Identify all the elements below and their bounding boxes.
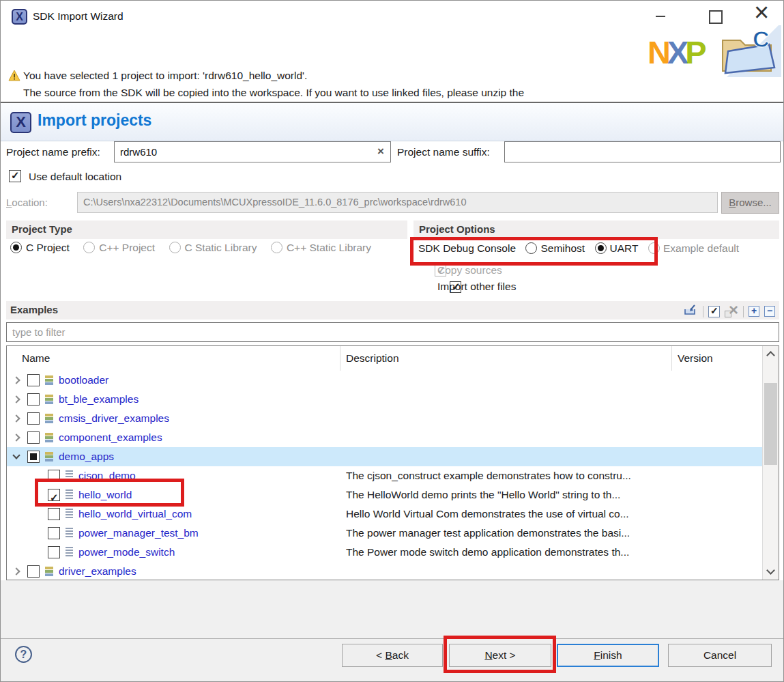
page-title: Import projects: [38, 111, 151, 130]
row-description: [340, 390, 672, 409]
vertical-scrollbar[interactable]: [762, 346, 779, 580]
table-row[interactable]: power_mode_switch The Power mode switch …: [7, 543, 764, 562]
row-version: [672, 505, 764, 524]
table-row[interactable]: hello_world_virtual_com Hello World Virt…: [7, 505, 764, 524]
table-row[interactable]: bt_ble_examples: [7, 390, 764, 409]
radio-c-static-library: [169, 242, 181, 253]
table-row[interactable]: demo_apps: [7, 447, 764, 466]
row-name: hello_world_virtual_com: [78, 505, 192, 524]
radio-uart[interactable]: [595, 242, 607, 254]
row-checkbox[interactable]: [27, 431, 40, 444]
row-description: The power manager test application demon…: [340, 524, 672, 543]
table-row[interactable]: component_examples: [7, 428, 764, 447]
expand-all-icon[interactable]: [749, 306, 759, 317]
location-field: C:\Users\nxa22312\Documents\MCUXpressoID…: [77, 192, 718, 213]
column-header-name[interactable]: Name: [7, 346, 340, 371]
row-checkbox[interactable]: [27, 412, 40, 425]
app-window-icon: [12, 9, 27, 25]
row-checkbox[interactable]: [27, 451, 40, 463]
radio-cpp-project-label: C++ Project: [99, 242, 155, 253]
collapse-all-icon[interactable]: [764, 306, 775, 317]
project-name-prefix-input[interactable]: [114, 141, 391, 162]
sdk-import-wizard-window: SDK Import Wizard NXP C You have selecte…: [0, 0, 784, 682]
table-header: Name Description Version: [7, 346, 779, 371]
expander-icon[interactable]: [12, 451, 20, 459]
row-version: [672, 409, 764, 428]
maximize-button-icon[interactable]: [703, 6, 725, 25]
row-name: driver_examples: [59, 562, 136, 580]
cancel-button[interactable]: Cancel: [668, 644, 772, 667]
window-title: SDK Import Wizard: [33, 10, 124, 23]
import-other-files-label: Import other files: [437, 281, 516, 293]
project-type-title: Project Type: [6, 221, 407, 239]
expander-icon[interactable]: [12, 376, 20, 384]
scroll-up-icon[interactable]: [766, 351, 775, 360]
deselect-all-icon: [725, 305, 738, 317]
row-icon: [45, 433, 53, 443]
scrollbar-thumb[interactable]: [764, 383, 777, 465]
expander-icon[interactable]: [12, 567, 20, 575]
row-checkbox[interactable]: [27, 393, 40, 406]
table-row[interactable]: driver_examples: [7, 562, 764, 580]
clear-prefix-icon[interactable]: [375, 145, 387, 158]
scroll-down-icon[interactable]: [766, 566, 775, 575]
help-icon[interactable]: [15, 646, 32, 663]
row-description: [340, 409, 672, 428]
column-header-description[interactable]: Description: [340, 346, 672, 371]
row-description: The HelloWorld demo prints the "Hello Wo…: [340, 485, 672, 505]
row-checkbox[interactable]: [48, 546, 60, 558]
row-checkbox[interactable]: [48, 527, 60, 539]
row-name: cjson_demo: [78, 466, 136, 485]
project-name-suffix-input[interactable]: [504, 141, 781, 162]
use-default-location-checkbox[interactable]: [9, 170, 21, 182]
row-icon: [45, 567, 53, 577]
next-button[interactable]: Next >: [449, 644, 551, 667]
table-row[interactable]: cmsis_driver_examples: [7, 409, 764, 428]
browse-button: Browse...: [721, 192, 779, 214]
row-checkbox[interactable]: [48, 470, 60, 482]
expander-icon[interactable]: [12, 414, 20, 422]
select-all-icon[interactable]: [708, 306, 720, 317]
table-row[interactable]: power_manager_test_bm The power manager …: [7, 524, 764, 543]
project-options-group: Project Options: [413, 221, 779, 239]
row-icon: [45, 395, 53, 405]
uart-label: UART: [610, 242, 639, 254]
table-row[interactable]: cjson_demo The cjson_construct example d…: [7, 466, 764, 485]
expander-icon[interactable]: [12, 434, 20, 441]
filter-input[interactable]: [6, 322, 779, 342]
row-name: bt_ble_examples: [59, 390, 139, 409]
row-version: [672, 428, 764, 447]
table-row[interactable]: hello_world The HelloWorld demo prints t…: [7, 485, 764, 505]
examples-table: Name Description Version bootloader bt_b…: [6, 345, 779, 580]
radio-semihost[interactable]: [525, 242, 537, 254]
footer-divider: [1, 638, 784, 639]
row-checkbox[interactable]: [27, 565, 40, 578]
row-description: The cjson_construct example demonstrates…: [340, 466, 672, 485]
sdk-debug-console-options: SDK Debug Console Semihost UART Example …: [418, 242, 739, 255]
import-example-icon[interactable]: [683, 304, 698, 319]
radio-c-static-library-label: C Static Library: [185, 242, 257, 253]
banner: Import projects: [1, 102, 784, 141]
column-header-version[interactable]: Version: [672, 346, 764, 371]
examples-group-header: Examples: [6, 301, 779, 319]
minimize-button-icon[interactable]: [650, 6, 671, 25]
radio-example-default: [648, 242, 660, 254]
radio-c-project[interactable]: [10, 242, 22, 253]
finish-button[interactable]: Finish: [557, 644, 659, 667]
row-checkbox[interactable]: [48, 489, 60, 501]
svg-text:C: C: [753, 26, 770, 52]
table-row[interactable]: bootloader: [7, 371, 764, 390]
row-description: [340, 447, 672, 466]
expander-icon[interactable]: [12, 395, 20, 403]
row-checkbox[interactable]: [48, 508, 60, 520]
row-description: The Power mode switch demo application d…: [340, 543, 672, 562]
row-checkbox[interactable]: [27, 374, 40, 386]
radio-cpp-project: [83, 242, 95, 253]
row-description: Hello World Virtual Com demonstrates the…: [340, 505, 672, 524]
row-icon: [45, 375, 53, 386]
warning-icon: [8, 70, 20, 84]
toolbar-separator: [703, 306, 703, 317]
close-button-icon[interactable]: [750, 1, 774, 28]
row-icon: [45, 452, 53, 462]
back-button[interactable]: < Back: [342, 644, 443, 667]
